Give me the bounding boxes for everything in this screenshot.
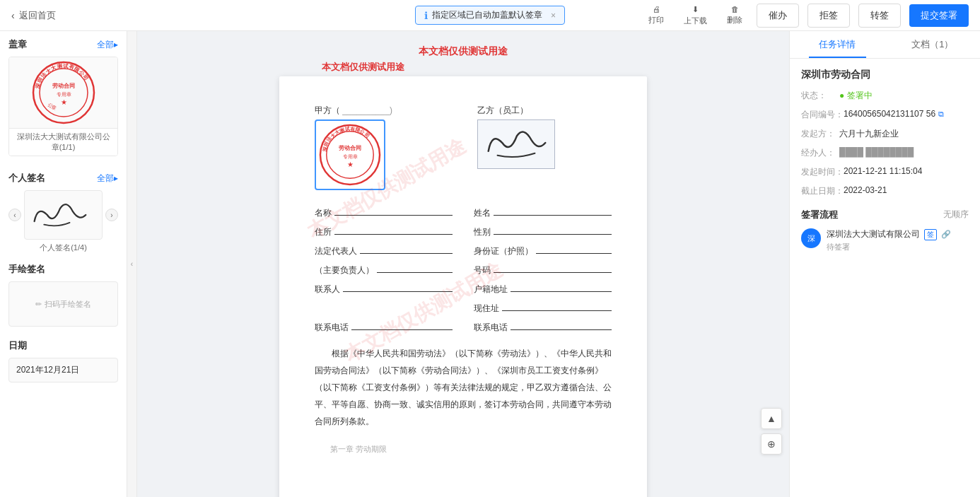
carousel-prev-btn[interactable]: ‹	[8, 209, 21, 221]
back-arrow-icon: ‹	[11, 10, 15, 21]
initiator-label: 发起方：	[801, 128, 839, 140]
field-address-a: 住所	[315, 226, 453, 238]
personal-sig-carousel: ‹ ›	[8, 190, 118, 240]
field-row-name: 名称 姓名	[315, 207, 612, 219]
field-current-addr: 现住址	[474, 303, 612, 315]
tab-document[interactable]: 文档（1）	[885, 31, 981, 58]
seal-all-link[interactable]: 全部▸	[97, 39, 118, 51]
field-phone-a: 联系电话	[315, 322, 453, 334]
toolbar-right: 🖨 打印 ⬇ 上下载 🗑 删除 催办 拒签 转签 提交签署	[643, 2, 969, 29]
flow-name-row: 深圳法大大测试有限公司 签 🔗	[827, 228, 969, 240]
print-icon: 🖨	[653, 5, 660, 13]
field-row-address: 住所 性别	[315, 226, 612, 238]
company-seal-card[interactable]: 深圳法大大测试有限公司 公章 劳动合同 专用章	[8, 57, 118, 156]
date-title: 日期	[8, 339, 27, 352]
contract-no-label: 合同编号：	[801, 109, 844, 121]
toast-area: ℹ 指定区域已自动加盖默认签章 ×	[415, 6, 565, 25]
party-a-label: 甲方（ __________)	[315, 105, 449, 117]
svg-text:专用章: 专用章	[343, 154, 358, 160]
date-section: 日期 2021年12月21日	[0, 334, 127, 388]
personal-sig-preview[interactable]	[24, 190, 103, 240]
transfer-button[interactable]: 转签	[858, 4, 901, 28]
handwrite-section: 手绘签名 ✏ 扫码手绘签名	[0, 256, 127, 334]
back-label: 返回首页	[19, 9, 56, 22]
delete-button[interactable]: 🗑 删除	[721, 2, 748, 28]
handler-value: ████ ████████	[839, 147, 969, 157]
party-b-sig-box[interactable]	[477, 119, 555, 169]
field-row-legal: 法定代表人 身份证（护照）	[315, 245, 612, 257]
toolbar: ‹ 返回首页 ℹ 指定区域已自动加盖默认签章 × 🖨 打印 ⬇ 上下载 🗑 删除	[0, 0, 980, 31]
status-row: 状态： ● 签署中	[801, 90, 969, 102]
submit-button[interactable]: 提交签署	[909, 4, 969, 27]
deadline-row: 截止日期： 2022-03-21	[801, 185, 969, 197]
flow-link-icon[interactable]: 🔗	[941, 230, 951, 239]
main-content: 盖章 全部▸ 深圳法大大测试有限公	[0, 31, 980, 497]
form-fields: 名称 姓名 住所	[315, 207, 612, 334]
svg-text:公章: 公章	[47, 102, 57, 111]
company-seal-inner: 深圳法大大测试有限公司 公章 劳动合同 专用章	[9, 57, 117, 128]
field-name-a: 名称	[315, 207, 453, 219]
toast-notice: ℹ 指定区域已自动加盖默认签章 ×	[415, 6, 565, 25]
date-value: 2021年12月21日	[8, 358, 118, 382]
print-button[interactable]: 🖨 打印	[643, 2, 670, 28]
personal-all-link[interactable]: 全部▸	[97, 173, 118, 185]
initiator-value: 六月十九新企业	[839, 128, 969, 140]
handwrite-title: 手绘签名	[8, 263, 45, 276]
scroll-up-btn[interactable]: ▲	[761, 408, 782, 429]
field-household: 户籍地址	[474, 283, 612, 296]
party-a-seal-box[interactable]: 深圳法大大测试有限公司 劳动合同 专用章 ★	[315, 119, 385, 190]
svg-text:★: ★	[60, 98, 66, 106]
signature-panel: 盖章 全部▸ 深圳法大大测试有限公	[0, 31, 127, 497]
svg-text:专用章: 专用章	[56, 92, 71, 98]
scroll-controls: ▲ ⊕	[761, 408, 782, 455]
flow-avatar: 深	[801, 228, 821, 248]
field-contact-a: 联系人	[315, 283, 453, 296]
flow-title: 签署流程 无顺序	[801, 209, 969, 221]
handwrite-btn[interactable]: ✏ 扫码手绘签名	[35, 299, 91, 310]
handler-label: 经办人：	[801, 147, 839, 159]
copy-icon[interactable]: ⧉	[938, 110, 944, 119]
document-page: 本文档仅供测试用途 本文档仅供测试用途 甲方（ __________)	[279, 76, 647, 497]
panel-toggle[interactable]: ‹	[127, 31, 137, 497]
remind-button[interactable]: 催办	[757, 4, 799, 28]
personal-sig-header: 个人签名 全部▸	[8, 172, 118, 185]
seal-section: 盖章 全部▸ 深圳法大大测试有限公	[0, 31, 127, 165]
annotation-sub: 本文档仅供测试用途	[322, 61, 647, 74]
right-panel-body: 深圳市劳动合同 状态： ● 签署中 合同编号： 1640056504213110…	[790, 59, 980, 268]
refuse-button[interactable]: 拒签	[807, 4, 850, 28]
flow-item: 深 深圳法大大测试有限公司 签 🔗 待签署	[801, 228, 969, 252]
back-btn[interactable]: ‹ 返回首页	[11, 9, 56, 22]
right-panel-tabs: 任务详情 文档（1）	[790, 31, 980, 59]
download-button[interactable]: ⬇ 上下载	[678, 2, 713, 29]
tab-task-detail[interactable]: 任务详情	[790, 31, 885, 58]
right-panel: 任务详情 文档（1） 深圳市劳动合同 状态： ● 签署中 合同编号： 16400…	[789, 31, 980, 497]
personal-sig-label: 个人签名(1/4)	[8, 242, 118, 253]
field-main-person: （主要负责人）	[315, 264, 453, 276]
deadline-value: 2022-03-21	[844, 185, 969, 195]
svg-text:劳动合同: 劳动合同	[52, 83, 75, 89]
party-a-box: 甲方（ __________) 深圳法大大测试有限公	[315, 105, 449, 196]
personal-sig-title: 个人签名	[8, 172, 45, 185]
toast-text: 指定区域已自动加盖默认签章	[432, 9, 542, 21]
document-area: 本文档仅供测试用途 本文档仅供测试用途 本文档仅供测试用途 本文档仅供测试用途	[137, 31, 789, 497]
info-icon: ℹ	[424, 10, 428, 21]
doc-annotations: 本文档仅供测试用途 本文档仅供测试用途	[279, 45, 647, 76]
download-icon: ⬇	[692, 5, 699, 14]
detail-title: 深圳市劳动合同	[801, 69, 969, 81]
handwrite-area: ✏ 扫码手绘签名	[8, 281, 118, 327]
company-seal-graphic: 深圳法大大测试有限公司 公章 劳动合同 专用章	[32, 61, 95, 124]
field-name-b: 姓名	[474, 207, 612, 219]
doc-viewer: 本文档仅供测试用途 本文档仅供测试用途 本文档仅供测试用途 本文档仅供测试用途	[137, 31, 789, 497]
annotation-top: 本文档仅供测试用途	[279, 45, 647, 58]
scroll-target-btn[interactable]: ⊕	[761, 433, 782, 455]
handwrite-header: 手绘签名	[8, 263, 118, 276]
time-row: 发起时间： 2021-12-21 11:15:04	[801, 166, 969, 178]
toast-close-icon[interactable]: ×	[551, 11, 556, 21]
field-phone-b: 联系电话	[474, 322, 612, 334]
svg-text:★: ★	[347, 160, 354, 168]
date-header: 日期	[8, 339, 118, 352]
status-label: 状态：	[801, 90, 839, 102]
contract-no-value: 16400565042131107 56 ⧉	[844, 109, 969, 119]
party-b-label: 乙方（员工）	[477, 105, 612, 117]
carousel-next-btn[interactable]: ›	[105, 209, 118, 221]
